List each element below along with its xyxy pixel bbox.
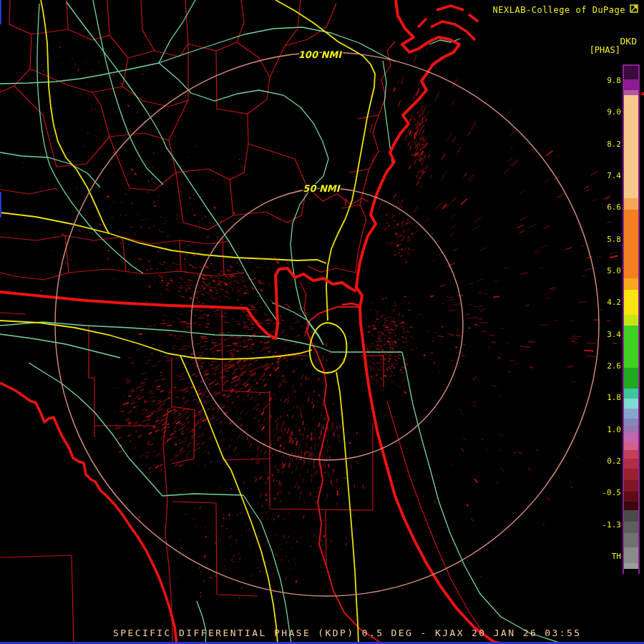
colorbar-segment <box>624 433 638 441</box>
colorbar-tick: 8.2 <box>607 140 621 149</box>
colorbar-segment <box>624 290 638 315</box>
colorbar-segment <box>624 399 638 409</box>
colorbar <box>623 64 640 574</box>
colorbar-tick: -0.5 <box>602 488 622 497</box>
colorbar-tick: 9.0 <box>607 107 621 117</box>
range-ring-label-50nmi: 50 NMI <box>303 183 341 194</box>
frame-border <box>0 0 644 644</box>
colorbar-tick: 7.4 <box>607 171 621 180</box>
colorbar-segment <box>624 90 638 95</box>
colorbar-segment <box>624 278 638 290</box>
colorbar-segment <box>624 79 638 90</box>
colorbar-segment <box>624 95 638 198</box>
colorbar-segment <box>624 492 638 502</box>
highway-lines <box>0 0 375 644</box>
cod-logo-icon <box>630 4 638 15</box>
colorbar-segment <box>624 210 638 278</box>
colorbar-tick: 5.8 <box>607 235 621 244</box>
colorbar-segment <box>624 66 638 79</box>
state-coast-lines <box>0 0 504 644</box>
colorbar-segment <box>624 547 638 563</box>
colorbar-tick: TH <box>612 552 621 561</box>
river-lines <box>0 0 564 644</box>
status-bar: SPECIFIC DIFFERENTIAL PHASE (KDP) 0.5 DE… <box>113 628 582 638</box>
colorbar-tick: 1.8 <box>607 393 621 402</box>
product-code-label: DKD <box>620 36 637 47</box>
range-ring-label-100nmi: 100 NMI <box>298 49 343 60</box>
colorbar-segment <box>624 522 638 533</box>
colorbar-segment <box>624 368 638 389</box>
radar-map: 100 NMI 50 NMI <box>0 0 644 644</box>
colorbar-segment <box>624 198 638 210</box>
colorbar-segment <box>624 469 638 480</box>
colorbar-tick: 5.0 <box>607 266 621 275</box>
colorbar-segment <box>624 419 638 426</box>
colorbar-segment <box>624 502 638 510</box>
colorbar-tick: 0.2 <box>607 457 621 466</box>
colorbar-segment <box>624 426 638 433</box>
colorbar-tick: 6.6 <box>607 203 621 212</box>
colorbar-tick: 4.2 <box>607 298 621 307</box>
colorbar-segment <box>624 409 638 419</box>
colorbar-segment <box>624 510 638 522</box>
colorbar-segment <box>624 563 638 569</box>
colorbar-segment <box>624 569 638 574</box>
colorbar-segment <box>624 389 638 399</box>
colorbar-segment <box>624 326 638 368</box>
colorbar-tick: 2.6 <box>607 361 621 371</box>
colorbar-tick: -1.3 <box>602 520 622 530</box>
colorbar-segment <box>624 441 638 450</box>
colorbar-tick: 1.0 <box>607 425 621 434</box>
kjax-radar-display: 100 NMI 50 NMI NEXLAB-College of DuPage … <box>0 0 644 644</box>
colorbar-tick: 3.4 <box>607 330 621 339</box>
colorbar-segment <box>624 315 638 326</box>
colorbar-segment <box>624 480 638 492</box>
colorbar-tick-labels: 9.89.08.27.46.65.85.04.23.42.61.81.00.2-… <box>585 0 621 644</box>
colorbar-tick: 9.8 <box>607 76 621 85</box>
colorbar-data-marker <box>641 92 644 95</box>
colorbar-segment <box>624 450 638 459</box>
colorbar-segment <box>624 459 638 469</box>
colorbar-segment <box>624 533 638 547</box>
